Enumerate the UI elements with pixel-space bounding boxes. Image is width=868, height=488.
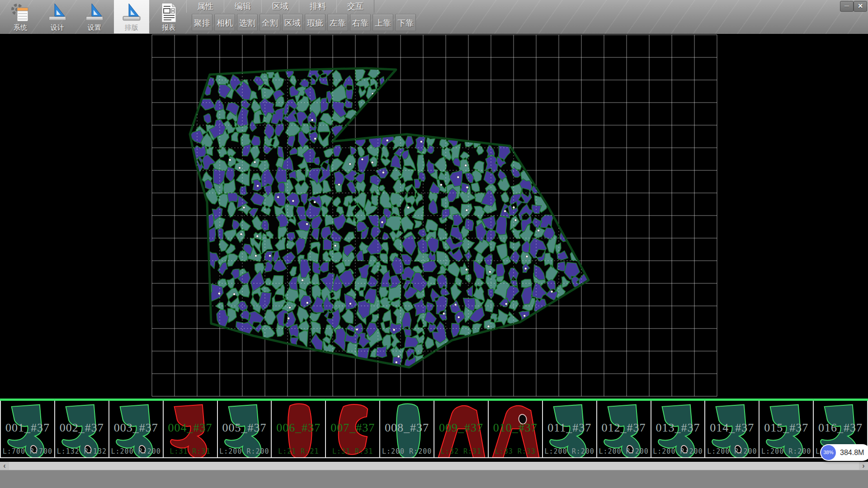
tool-button-2[interactable]: 相机 <box>214 14 235 31</box>
piece-lr-count: L:132 R:132 <box>55 447 108 455</box>
tool-button-7[interactable]: 左靠 <box>327 14 348 31</box>
app-button-label: 设置 <box>77 23 112 32</box>
app-button-5[interactable]: 报表 <box>151 0 186 33</box>
system-icon <box>9 2 31 23</box>
app-button-4[interactable]: 排版 <box>114 0 149 33</box>
app-button-label: 排版 <box>114 23 149 32</box>
tool-button-8[interactable]: 右靠 <box>350 14 371 31</box>
piece-cell-10[interactable]: 010_#37L:33 R:33 <box>489 401 543 458</box>
minimize-button[interactable]: ─ <box>840 1 854 12</box>
piece-id-label: 004_#37 <box>164 421 217 435</box>
app-button-label: 系统 <box>3 23 38 32</box>
piece-lr-count: L:200 R:200 <box>760 447 813 455</box>
piece-cell-2[interactable]: 002_#37L:132 R:132 <box>55 401 109 458</box>
piece-id-label: 001_#37 <box>1 421 54 435</box>
piece-lr-count: L:33 R:33 <box>489 447 542 455</box>
piece-id-label: 014_#37 <box>705 421 759 435</box>
piece-lr-count: L:200 R:200 <box>543 447 596 455</box>
horizontal-scrollbar[interactable]: ‹ › <box>0 462 868 470</box>
main-toolbar: 系统设计设置排版报表 属性编辑区域排料交互 聚排相机选割全割区域瑕疵左靠右靠上靠… <box>0 0 868 34</box>
tool-button-6[interactable]: 瑕疵 <box>305 14 326 31</box>
app-button-2[interactable]: 设计 <box>40 0 75 33</box>
status-bar <box>0 470 868 488</box>
menu-tab-5[interactable]: 交互 <box>336 0 374 13</box>
piece-id-label: 010_#37 <box>489 421 542 435</box>
piece-id-label: 002_#37 <box>55 421 108 435</box>
piece-id-label: 008_#37 <box>380 421 434 435</box>
piece-cell-12[interactable]: 012_#37L:200 R:200 <box>597 401 651 458</box>
app-button-label: 设计 <box>40 23 75 32</box>
piece-lr-count: L:200 R:200 <box>705 447 759 455</box>
piece-id-label: 006_#37 <box>272 421 325 435</box>
report-icon <box>158 2 179 23</box>
piece-cell-9[interactable]: 009_#37L:32 R:31 <box>434 401 489 458</box>
piece-id-label: 013_#37 <box>651 421 705 435</box>
piece-cell-3[interactable]: 003_#37L:200 R:200 <box>109 401 164 458</box>
tool-button-10[interactable]: 下靠 <box>395 14 416 31</box>
piece-id-label: 003_#37 <box>109 421 163 435</box>
piece-cell-5[interactable]: 005_#37L:200 R:200 <box>218 401 272 458</box>
piece-lr-count: L:32 R:31 <box>434 447 488 455</box>
piece-lr-count: L:200 R:200 <box>218 447 271 455</box>
menu-tab-3[interactable]: 区域 <box>261 0 299 13</box>
piece-id-label: 016_#37 <box>814 421 867 435</box>
scroll-left-arrow-icon[interactable]: ‹ <box>0 462 9 470</box>
piece-cell-7[interactable]: 007_#37L:31 R:31 <box>326 401 380 458</box>
app-window: 系统设计设置排版报表 属性编辑区域排料交互 聚排相机选割全割区域瑕疵左靠右靠上靠… <box>0 0 868 488</box>
piece-id-label: 009_#37 <box>434 421 488 435</box>
piece-lr-count: L:31 R:31 <box>164 447 217 455</box>
memory-size-label: 384.8M <box>840 444 864 461</box>
tool-button-3[interactable]: 选割 <box>237 14 258 31</box>
design-icon <box>47 2 68 23</box>
piece-id-label: 011_#37 <box>543 421 596 435</box>
menu-tab-1[interactable]: 属性 <box>186 0 224 13</box>
piece-id-label: 007_#37 <box>326 421 379 435</box>
tool-button-9[interactable]: 上靠 <box>373 14 393 31</box>
app-button-label: 报表 <box>151 23 186 32</box>
piece-cell-14[interactable]: 014_#37L:200 R:200 <box>705 401 760 458</box>
piece-cell-4[interactable]: 004_#37L:31 R:31 <box>164 401 218 458</box>
menu-tab-2[interactable]: 编辑 <box>224 0 262 13</box>
piece-cell-8[interactable]: 008_#37L:200 R:200 <box>380 401 434 458</box>
piece-library-strip: 001_#37L:700 R:700002_#37L:132 R:132003_… <box>0 399 868 462</box>
piece-lr-count: L:21 R:21 <box>272 447 325 455</box>
piece-lr-count: L:700 R:700 <box>1 447 54 455</box>
piece-cells: 001_#37L:700 R:700002_#37L:132 R:132003_… <box>0 401 868 458</box>
progress-badge[interactable]: 38% 384.8M <box>820 444 868 461</box>
scroll-right-arrow-icon[interactable]: › <box>859 462 868 470</box>
piece-lr-count: L:200 R:200 <box>380 447 434 455</box>
progress-percent: 38% <box>821 445 836 460</box>
tool-button-4[interactable]: 全割 <box>259 14 280 31</box>
nesting-canvas[interactable] <box>0 34 868 399</box>
piece-lr-count: L:200 R:200 <box>597 447 651 455</box>
tool-button-1[interactable]: 聚排 <box>192 14 212 31</box>
settings-icon <box>84 2 105 23</box>
piece-lr-count: L:200 R:200 <box>651 447 705 455</box>
app-button-1[interactable]: 系统 <box>3 0 38 33</box>
piece-cell-15[interactable]: 015_#37L:200 R:200 <box>760 401 814 458</box>
layout-icon <box>121 2 142 23</box>
tool-button-5[interactable]: 区域 <box>282 14 303 31</box>
piece-lr-count: L:200 R:200 <box>109 447 163 455</box>
piece-cell-6[interactable]: 006_#37L:21 R:21 <box>272 401 326 458</box>
piece-lr-count: L:31 R:31 <box>326 447 379 455</box>
piece-id-label: 005_#37 <box>218 421 271 435</box>
app-button-3[interactable]: 设置 <box>77 0 112 33</box>
close-button[interactable]: ✕ <box>854 1 867 12</box>
piece-cell-1[interactable]: 001_#37L:700 R:700 <box>0 401 55 458</box>
piece-id-label: 012_#37 <box>597 421 651 435</box>
piece-cell-13[interactable]: 013_#37L:200 R:200 <box>651 401 706 458</box>
piece-id-label: 015_#37 <box>760 421 813 435</box>
piece-cell-11[interactable]: 011_#37L:200 R:200 <box>543 401 597 458</box>
menu-tab-4[interactable]: 排料 <box>299 0 337 13</box>
